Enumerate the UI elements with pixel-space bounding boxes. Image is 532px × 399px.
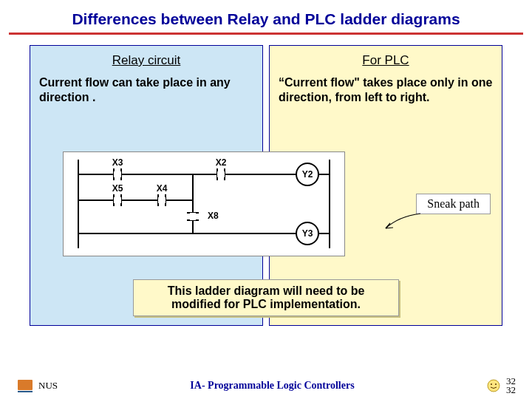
smiley-icon (487, 379, 500, 392)
contact-x3: X3 (112, 157, 123, 168)
panel-plc-heading: For PLC (279, 53, 493, 68)
svg-rect-20 (158, 197, 166, 203)
contact-x4: X4 (157, 183, 168, 194)
sneak-path-text: Sneak path (427, 197, 480, 210)
svg-rect-24 (190, 213, 196, 220)
footer: NUS IA- Programmable Logic Controllers 3… (0, 377, 532, 395)
modification-note: This ladder diagram will need to be modi… (133, 279, 399, 316)
svg-rect-9 (217, 171, 225, 177)
svg-point-32 (491, 383, 492, 385)
svg-rect-17 (114, 197, 121, 203)
panel-relay-heading: Relay circuit (39, 53, 253, 68)
contact-x5: X5 (112, 183, 123, 194)
nus-logo-icon (16, 377, 34, 395)
page-number: 32 32 (506, 377, 516, 394)
sneak-path-label: Sneak path (416, 194, 491, 214)
footer-org: NUS (38, 380, 58, 392)
footer-center: IA- Programmable Logic Controllers (58, 380, 487, 392)
coil-y2: Y2 (302, 169, 313, 180)
page-num-b: 32 (506, 386, 516, 395)
ladder-diagram: X3 X2 Y2 X5 X4 X8 Y3 (63, 151, 345, 256)
modification-note-text: This ladder diagram will need to be modi… (168, 284, 365, 310)
slide-title: Differences between Relay and PLC ladder… (0, 0, 532, 33)
title-underline (9, 33, 523, 35)
panel-plc-body: “Current flow" takes place only in one d… (279, 75, 493, 105)
svg-point-31 (488, 380, 499, 392)
sneak-arrow-icon (380, 212, 424, 234)
svg-rect-30 (18, 391, 33, 392)
svg-rect-29 (18, 380, 33, 390)
svg-rect-6 (114, 171, 121, 177)
coil-y3: Y3 (302, 228, 313, 239)
contact-x8: X8 (208, 211, 219, 221)
svg-point-33 (495, 383, 497, 385)
contact-x2: X2 (216, 157, 227, 168)
panel-relay-body: Current flow can take place in any direc… (39, 75, 253, 105)
